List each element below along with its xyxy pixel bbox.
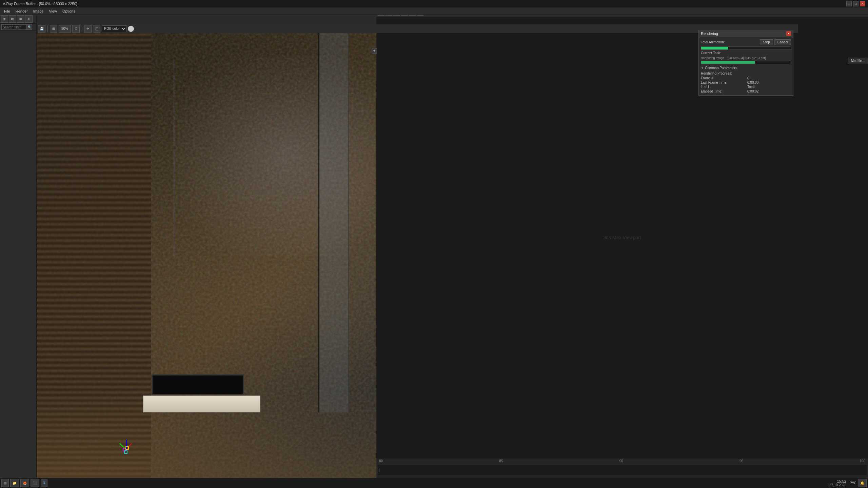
frame-of: 1 of 1 [701, 85, 745, 89]
minimize-btn[interactable]: ─ [846, 1, 852, 6]
timeline-label-85: 85 [499, 459, 503, 463]
last-frame-time-label: Last Frame Time: [701, 81, 745, 84]
browser-btn[interactable]: 🦊 [20, 479, 29, 487]
taskbar: ⊞ 📁 🦊 ⬛ 3 15:52 27.10.2020 РУС 🔔 [0, 478, 868, 488]
max-viewport-label: 3ds Max Viewport [603, 235, 641, 240]
rgb-channel-select[interactable]: RGB color [102, 25, 126, 32]
menu-render[interactable]: Render [13, 8, 31, 14]
current-task-label: Current Task: [701, 51, 721, 55]
elapsed-value: 0:00:02 [747, 89, 791, 93]
render-region-btn[interactable]: ⊞ [50, 25, 57, 33]
render-pixel-btn[interactable]: ◰ [93, 25, 100, 33]
total-animation-row: Total Animation: Stop Cancel [701, 39, 791, 45]
timeline-label-100: 100 [860, 459, 865, 463]
save-render-btn[interactable]: 💾 [38, 25, 45, 33]
modifier-panel: Modifie... [848, 58, 868, 64]
total-animation-label: Total Animation: [701, 40, 725, 44]
system-date: 27.10.2020 [829, 483, 846, 487]
rendering-dialog-title: Rendering [701, 32, 718, 36]
rendering-dialog-body: Total Animation: Stop Cancel Current Tas… [699, 37, 793, 95]
window-light [174, 56, 402, 256]
rendering-stats-grid: Frame # 0 Last Frame Time: 0:00:00 1 of … [701, 76, 791, 93]
max-viewport: 3ds Max Viewport Modifie... + [376, 17, 868, 458]
windows-icon: ⊞ [4, 481, 6, 485]
cancel-btn[interactable]: Cancel [774, 39, 791, 45]
last-frame-time-value: 0:00:00 [747, 81, 791, 84]
render-fit-btn[interactable]: ⊡ [72, 25, 80, 33]
menu-bar: File Render Image View Options [0, 7, 868, 15]
history-btn-4[interactable]: ≡ [25, 15, 33, 23]
rendering-dialog-header: Rendering ✕ [699, 30, 793, 37]
timeline-labels: 80 85 90 95 100 [376, 459, 868, 464]
search-button[interactable]: 🔍 [27, 24, 32, 30]
task-progress-bar [701, 61, 791, 64]
explorer-btn[interactable]: 📁 [10, 479, 19, 487]
common-params-header: ▼ Common Parameters [701, 65, 791, 70]
notifications-btn[interactable]: 🔔 [858, 479, 867, 487]
elapsed-label: Elapsed Time: [701, 89, 745, 93]
section-arrow: ▼ [701, 66, 704, 70]
rendering-dialog: Rendering ✕ Total Animation: Stop Cancel… [698, 30, 793, 96]
history-btn-3[interactable]: ▦ [17, 15, 24, 23]
3dsmax-icon: 3 [43, 481, 45, 485]
timeline-label-80: 80 [379, 459, 383, 463]
maximize-btn[interactable]: □ [853, 1, 859, 6]
window-title: V-Ray Frame Buffer - [50.0% of 3000 x 22… [3, 2, 77, 6]
total-progress-fill [701, 47, 728, 49]
3dsmax-btn[interactable]: 3 [41, 479, 47, 487]
explorer-icon: 📁 [13, 481, 17, 485]
section-title: Common Parameters [705, 66, 737, 70]
glass-partition [318, 33, 349, 412]
terminal-btn[interactable]: ⬛ [31, 479, 39, 487]
frame-value: 0 [747, 76, 791, 80]
menu-options[interactable]: Options [60, 8, 78, 14]
menu-file[interactable]: File [1, 8, 13, 14]
render-toolbar: 💾 ⊞ 50% ⊡ ✛ ◰ RGB color [37, 24, 798, 33]
history-btn-1[interactable]: ⊞ [1, 15, 8, 23]
history-toolbar: ⊞ ◧ ▦ ≡ [0, 15, 36, 24]
search-bar: 🔍 [0, 24, 36, 31]
max-timeline: 80 85 90 95 100 │ [376, 458, 868, 479]
sep1 [47, 25, 48, 32]
rendering-progress-label: Rendering Progress: [701, 72, 791, 75]
transform-gizmo [113, 430, 140, 457]
search-input[interactable] [1, 24, 27, 30]
timeline-label-95: 95 [739, 459, 743, 463]
frame-label: Frame # [701, 76, 745, 80]
total-progress-bar [701, 46, 791, 50]
terminal-icon: ⬛ [33, 481, 37, 485]
history-btn-2[interactable]: ◧ [9, 15, 16, 23]
title-bar-controls: ─ □ ✕ [846, 1, 865, 6]
total-label: Total [747, 85, 791, 89]
menu-image[interactable]: Image [31, 8, 46, 14]
clock-area: 15:52 27.10.2020 [829, 479, 846, 487]
render-white-balance-btn[interactable] [128, 26, 134, 32]
task-progress-fill [701, 61, 755, 64]
close-btn[interactable]: ✕ [860, 1, 865, 6]
rendering-dialog-close-btn[interactable]: ✕ [786, 31, 791, 36]
current-task-value: Rendering Image... [00:48:50,4] [03:27:2… [701, 56, 791, 60]
timeline-frame-indicator: │ [378, 468, 380, 472]
menu-view[interactable]: View [46, 8, 60, 14]
add-layer-btn[interactable]: + [372, 48, 377, 54]
language-label: РУС [850, 481, 856, 485]
system-time: 15:52 [837, 479, 846, 483]
timeline-track[interactable]: │ [378, 465, 867, 475]
timeline-label-90: 90 [619, 459, 623, 463]
max-workspace: 👤 Sign In Workspaces: Default ⊞ 🖼 💾 📂 🔵 … [376, 0, 868, 488]
render-zoom-btn[interactable]: 50% [59, 25, 71, 33]
start-btn[interactable]: ⊞ [1, 479, 9, 487]
stop-btn[interactable]: Stop [760, 39, 773, 45]
modifier-label: Modifie... [849, 59, 867, 63]
title-bar: V-Ray Frame Buffer - [50.0% of 3000 x 22… [0, 0, 868, 7]
render-crosshair-btn[interactable]: ✛ [84, 25, 92, 33]
history-panel: History ⊞ ◧ ▦ ≡ 🔍 [0, 7, 37, 478]
browser-icon: 🦊 [23, 481, 27, 485]
current-task-row: Current Task: [701, 51, 791, 55]
language-indicator[interactable]: РУС [850, 481, 856, 485]
sep2 [82, 25, 82, 32]
